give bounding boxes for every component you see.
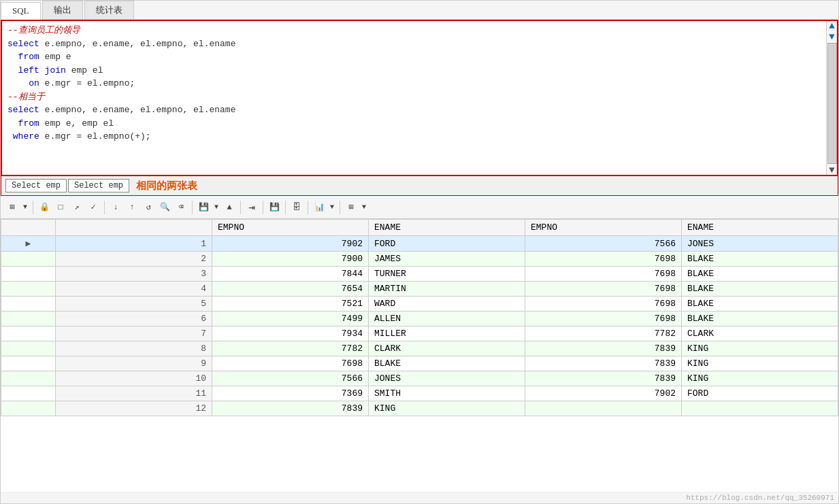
cell-r3-c0 — [1, 267, 56, 282]
col-header-empno2[interactable]: EMPNO — [525, 220, 682, 236]
table-btn[interactable]: ⊞ — [344, 200, 359, 215]
table-row[interactable]: 37844TURNER7698BLAKE — [1, 267, 838, 282]
cell-r1-c5: JONES — [682, 236, 838, 252]
cell-r4-c5: BLAKE — [682, 282, 838, 297]
cell-r3-c4: 7698 — [525, 267, 682, 282]
indicator-header — [1, 220, 56, 236]
chart-btn[interactable]: 📊 — [312, 200, 327, 215]
tab-sql[interactable]: SQL — [1, 2, 41, 20]
code-line-2: select e.empno, e.ename, el.empno, el.en… — [7, 37, 832, 51]
sep-8 — [340, 201, 340, 214]
cell-r12-c3: KING — [369, 401, 525, 416]
cell-r2-c3: JAMES — [369, 252, 525, 267]
cell-r5-c1: 5 — [56, 297, 212, 312]
eraser-btn[interactable]: ⌫ — [174, 200, 188, 215]
square-btn[interactable]: □ — [53, 200, 68, 215]
up-btn[interactable]: ↑ — [125, 200, 139, 215]
import-btn[interactable]: ⇥ — [244, 200, 259, 215]
cell-r5-c3: WARD — [369, 297, 525, 312]
dropdown-arrow-3[interactable]: ▼ — [328, 200, 336, 215]
cell-r6-c0 — [1, 312, 56, 326]
cell-r7-c2: 7934 — [212, 326, 369, 341]
sep-4 — [240, 201, 241, 214]
table-row[interactable]: 67499ALLEN7698BLAKE — [1, 312, 838, 326]
kw-from-2: from — [7, 118, 39, 129]
scroll-bottom-arrow[interactable]: ▼ — [827, 165, 837, 175]
table-row[interactable]: 97698BLAKE7839KING — [1, 356, 838, 371]
comment-2: --相当于 — [7, 92, 45, 102]
cell-r12-c5 — [682, 401, 838, 416]
kw-select-2: select — [7, 105, 39, 115]
check-btn[interactable]: ✓ — [86, 200, 101, 215]
sep-5 — [263, 201, 263, 214]
save-btn[interactable]: 💾 — [196, 200, 211, 215]
sep-2 — [104, 201, 105, 214]
scroll-up-arrow[interactable]: ▲ — [827, 21, 837, 31]
dropdown-arrow-2[interactable]: ▼ — [212, 200, 220, 215]
refresh-btn[interactable]: ↺ — [141, 200, 156, 215]
down-btn[interactable]: ↓ — [108, 200, 123, 215]
scroll-down-arrow[interactable]: ▼ — [827, 32, 837, 41]
cell-r10-c2: 7566 — [212, 371, 369, 386]
col-header-empno1[interactable]: EMPNO — [212, 220, 369, 236]
col-header-ename1[interactable]: ENAME — [369, 220, 525, 236]
grid-btn[interactable]: ⊞ — [5, 200, 20, 215]
table-row[interactable]: 127839KING — [1, 401, 838, 416]
table-row[interactable]: 57521WARD7698BLAKE — [1, 297, 838, 312]
upload-btn[interactable]: ▲ — [222, 200, 237, 215]
sep-6 — [285, 201, 286, 214]
grid-container[interactable]: EMPNO ENAME EMPNO ENAME ▶17902FORD7566JO… — [1, 219, 838, 492]
cell-r2-c4: 7698 — [525, 252, 682, 267]
cell-r4-c3: MARTIN — [369, 282, 525, 297]
table-row[interactable]: 27900JAMES7698BLAKE — [1, 252, 838, 267]
db-save-btn[interactable]: 💾 — [267, 200, 282, 215]
kw-on: on — [7, 78, 39, 88]
cell-r10-c0 — [1, 371, 56, 386]
cell-r2-c1: 2 — [56, 252, 212, 267]
cell-r5-c4: 7698 — [525, 297, 682, 312]
cell-r10-c5: KING — [682, 371, 838, 386]
cell-r2-c0 — [1, 252, 56, 267]
cell-r11-c3: SMITH — [369, 386, 525, 401]
table-row[interactable]: 87782CLARK7839KING — [1, 341, 838, 356]
table-row[interactable]: 117369SMITH7902FORD — [1, 386, 838, 401]
lock-btn[interactable]: 🔒 — [37, 200, 52, 215]
sep-1 — [33, 201, 33, 214]
cell-r1-c2: 7902 — [212, 236, 369, 252]
table-row[interactable]: ▶17902FORD7566JONES — [1, 236, 838, 252]
toolbar: ⊞ ▼ 🔒 □ ↗ ✓ ↓ ↑ ↺ 🔍 ⌫ 💾 ▼ ▲ ⇥ 💾 🗄 📊 ▼ ⊞ … — [1, 196, 838, 219]
scrollbar: ▲ ▼ ▼ — [826, 21, 837, 175]
cell-r4-c0 — [1, 282, 56, 297]
cell-r11-c4: 7902 — [525, 386, 682, 401]
cell-r5-c0 — [1, 297, 56, 312]
sql-editor-inner[interactable]: --查询员工的领导 select e.empno, e.ename, el.em… — [2, 21, 837, 175]
cell-r1-c1: 1 — [56, 236, 212, 252]
db-icon-btn[interactable]: 🗄 — [289, 200, 304, 215]
cell-r11-c1: 11 — [56, 386, 212, 401]
result-tab-1[interactable]: Select emp — [5, 179, 67, 192]
dropdown-arrow-1[interactable]: ▼ — [21, 200, 29, 215]
cell-r1-c4: 7566 — [525, 236, 682, 252]
sep-3 — [192, 201, 193, 214]
tab-stats[interactable]: 统计表 — [84, 1, 134, 19]
result-tab-2[interactable]: Select emp — [68, 179, 129, 192]
code-line-6: --相当于 — [7, 90, 832, 104]
scroll-thumb[interactable] — [827, 43, 837, 164]
table-row[interactable]: 77934MILLER7782CLARK — [1, 326, 838, 341]
cell-r8-c0 — [1, 341, 56, 356]
table-row[interactable]: 107566JONES7839KING — [1, 371, 838, 386]
copy-btn[interactable]: ↗ — [69, 200, 84, 215]
search-btn[interactable]: 🔍 — [157, 200, 172, 215]
cell-r3-c2: 7844 — [212, 267, 369, 282]
cell-r9-c5: KING — [682, 356, 838, 371]
cell-r10-c3: JONES — [369, 371, 525, 386]
cell-r2-c2: 7900 — [212, 252, 369, 267]
tab-output[interactable]: 输出 — [42, 1, 83, 19]
col-header-ename2[interactable]: ENAME — [682, 220, 838, 236]
dropdown-arrow-4[interactable]: ▼ — [360, 200, 368, 215]
table-body: ▶17902FORD7566JONES27900JAMES7698BLAKE37… — [1, 236, 838, 416]
code-line-9: where e.mgr = el.empno(+); — [7, 130, 832, 144]
cell-r1-c0: ▶ — [1, 236, 56, 252]
table-row[interactable]: 47654MARTIN7698BLAKE — [1, 282, 838, 297]
cell-r5-c5: BLAKE — [682, 297, 838, 312]
